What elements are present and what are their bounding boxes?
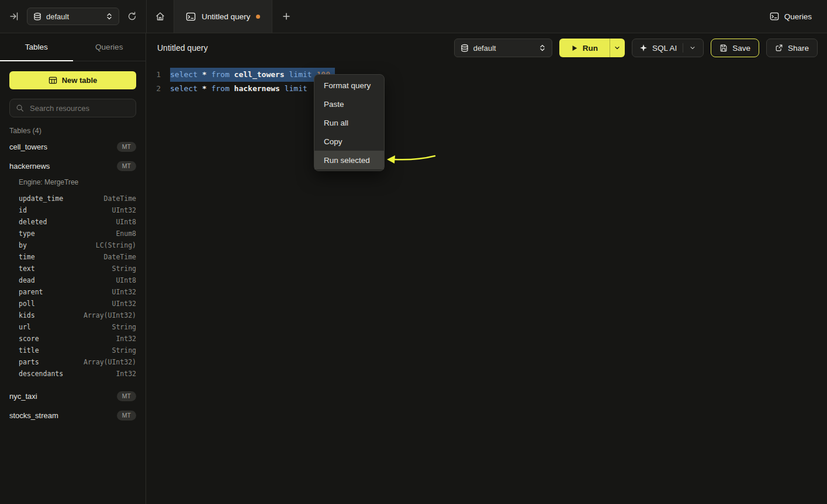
code-token: limit — [289, 70, 312, 79]
code-token: limit — [285, 84, 307, 93]
column-row: deadUInt8 — [19, 274, 136, 286]
column-row: textString — [19, 263, 136, 274]
column-row: timeDateTime — [19, 251, 136, 263]
code-text: select * from cell_towers limit 100 — [170, 68, 335, 82]
queries-button[interactable]: Queries — [770, 0, 827, 33]
refresh-icon — [127, 12, 137, 21]
sidebar-tab-tables[interactable]: Tables — [0, 33, 73, 61]
new-tab-button[interactable] — [272, 0, 300, 33]
engine-badge: MT — [117, 411, 136, 420]
search-icon — [16, 104, 24, 112]
sidebar-expand-icon — [9, 12, 19, 21]
context-menu-item[interactable]: Format query — [314, 76, 384, 95]
line-number: 2 — [147, 82, 161, 96]
column-row: typeEnum8 — [19, 228, 136, 239]
save-button[interactable]: Save — [711, 39, 759, 57]
table-name: cell_towers — [9, 142, 47, 151]
table-row[interactable]: hackernewsMT — [0, 157, 146, 176]
search-input[interactable] — [29, 103, 130, 113]
table-name: nyc_taxi — [9, 392, 37, 401]
column-row: kidsArray(UInt32) — [19, 310, 136, 321]
save-button-label: Save — [732, 44, 750, 53]
home-icon — [155, 11, 165, 22]
column-row: urlString — [19, 321, 136, 333]
sidebar-expand-button[interactable] — [9, 12, 19, 21]
new-table-label: New table — [62, 76, 98, 85]
query-window-icon — [186, 12, 196, 22]
table-name: hackernews — [9, 162, 50, 171]
run-button[interactable]: Run — [559, 39, 610, 57]
share-icon — [775, 44, 783, 52]
sidebar-tab-queries[interactable]: Queries — [73, 33, 146, 61]
table-row[interactable]: stocks_streamMT — [0, 406, 146, 425]
context-menu-item[interactable]: Run all — [314, 113, 384, 132]
engine-badge: MT — [117, 142, 136, 152]
column-name: parent — [19, 286, 43, 298]
column-type: String — [112, 263, 136, 274]
code-token — [230, 70, 234, 79]
refresh-button[interactable] — [127, 12, 137, 21]
column-name: poll — [19, 298, 35, 310]
editor-line[interactable]: 2select * from hackernews limit — [147, 82, 827, 96]
column-name: parts — [19, 356, 39, 368]
column-row: partsArray(UInt32) — [19, 356, 136, 368]
column-type: UInt8 — [116, 274, 136, 286]
editor-line[interactable]: 1select * from cell_towers limit 100 — [147, 68, 827, 82]
run-options-button[interactable] — [610, 39, 625, 57]
context-menu-item[interactable]: Paste — [314, 95, 384, 113]
sql-editor[interactable]: 1select * from cell_towers limit 1002sel… — [147, 62, 827, 96]
share-button-label: Share — [788, 44, 809, 53]
context-menu-item[interactable]: Run selected — [314, 151, 384, 169]
table-row[interactable]: cell_towersMT — [0, 137, 146, 157]
column-row: byLC(String) — [19, 239, 136, 251]
line-number: 1 — [147, 68, 161, 82]
topbar-spacer — [300, 0, 769, 33]
column-row: descendantsInt32 — [19, 368, 136, 380]
code-token: * — [202, 70, 207, 79]
tables-section-label: Tables (4) — [9, 127, 136, 135]
column-row: parentUInt32 — [19, 286, 136, 298]
column-type: String — [112, 345, 136, 356]
table-grid-icon — [49, 76, 57, 85]
column-name: by — [19, 239, 27, 251]
column-name: kids — [19, 310, 35, 321]
chevron-down-icon — [614, 44, 621, 51]
tab-untitled-query[interactable]: Untitled query — [174, 0, 272, 33]
column-row: scoreInt32 — [19, 333, 136, 345]
column-name: score — [19, 333, 39, 345]
code-token: select — [170, 84, 198, 93]
tables-list: cell_towersMThackernewsMTEngine: MergeTr… — [0, 137, 146, 425]
topbar-left: default — [0, 0, 146, 33]
sidebar-tab-tables-label: Tables — [25, 43, 48, 51]
button-divider — [683, 43, 683, 53]
table-name: stocks_stream — [9, 411, 58, 420]
chevron-down-icon — [689, 44, 696, 51]
engine-badge: MT — [117, 391, 136, 401]
new-table-button[interactable]: New table — [9, 71, 136, 89]
table-row[interactable]: nyc_taxiMT — [0, 387, 146, 406]
column-type: LC(String) — [96, 239, 136, 251]
column-name: deleted — [19, 216, 47, 228]
code-token — [198, 84, 202, 93]
column-type: Int32 — [116, 333, 136, 345]
save-icon — [719, 44, 728, 52]
home-tab[interactable] — [146, 0, 174, 33]
topbar: default Untitled query Que — [0, 0, 827, 33]
share-button[interactable]: Share — [766, 39, 818, 57]
topbar-database-select[interactable]: default — [27, 8, 119, 25]
column-type: UInt8 — [116, 216, 136, 228]
tab-label: Untitled query — [202, 12, 250, 21]
toolbar-database-select[interactable]: default — [454, 39, 552, 57]
code-token — [280, 84, 285, 93]
main-area: Untitled query default Run — [147, 33, 827, 504]
column-type: DateTime — [104, 251, 136, 263]
column-name: id — [19, 204, 27, 216]
sql-ai-button[interactable]: SQL AI — [632, 39, 704, 57]
column-name: type — [19, 228, 35, 239]
column-type: UInt32 — [112, 298, 136, 310]
column-name: update_time — [19, 193, 63, 204]
plus-icon — [282, 12, 290, 20]
sql-ai-icon — [639, 44, 648, 52]
context-menu-item[interactable]: Copy — [314, 132, 384, 151]
column-row: pollUInt32 — [19, 298, 136, 310]
